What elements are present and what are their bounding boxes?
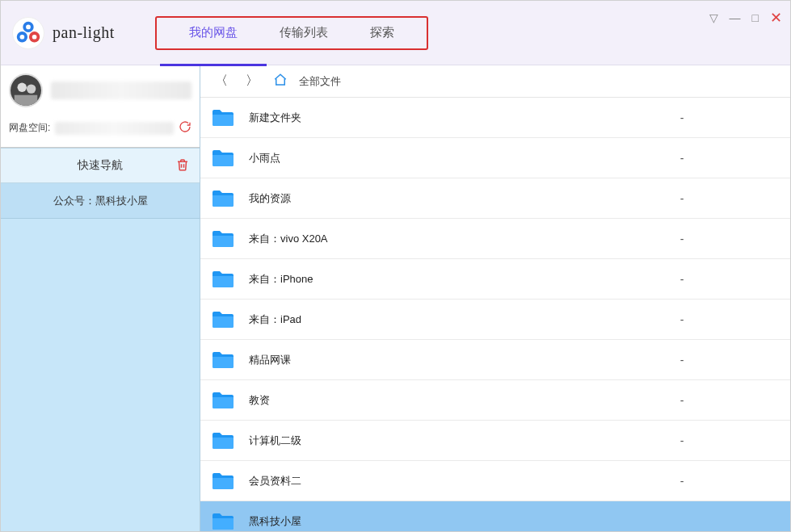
file-name: 精品网课 xyxy=(249,353,651,367)
svg-point-8 xyxy=(27,84,36,93)
storage-value-blurred xyxy=(55,122,174,135)
sidebar-item-label: 快速导航 xyxy=(78,158,123,173)
storage-label: 网盘空间: xyxy=(9,121,50,135)
file-row[interactable]: 小雨点- xyxy=(200,138,790,178)
avatar xyxy=(9,73,43,107)
file-row[interactable]: 黑科技小屋 xyxy=(200,501,790,531)
minimize-button[interactable]: — xyxy=(730,11,741,24)
nav-back-button[interactable]: 〈 xyxy=(212,71,231,91)
folder-icon xyxy=(212,311,234,329)
breadcrumb-path: 全部文件 xyxy=(299,74,341,89)
svg-point-5 xyxy=(32,34,37,39)
app-title: pan-light xyxy=(53,23,115,42)
sidebar: 网盘空间: 快速导航 公众号：黑科技小屋 xyxy=(1,65,200,531)
file-meta: - xyxy=(666,354,698,367)
tab-my-disk[interactable]: 我的网盘 xyxy=(168,18,259,48)
folder-icon xyxy=(212,432,234,450)
body: 网盘空间: 快速导航 公众号：黑科技小屋 xyxy=(1,65,790,531)
file-meta: - xyxy=(666,475,698,488)
nav-forward-button[interactable]: 〉 xyxy=(242,71,262,91)
svg-point-4 xyxy=(20,34,25,39)
refresh-icon[interactable] xyxy=(179,120,191,136)
close-button[interactable]: ✕ xyxy=(770,9,782,27)
folder-icon xyxy=(212,472,234,490)
maximize-button[interactable]: □ xyxy=(752,11,759,24)
file-meta: - xyxy=(666,313,698,326)
folder-icon xyxy=(212,270,234,288)
file-name: 来自：iPad xyxy=(249,312,651,327)
sidebar-item-label: 公众号：黑科技小屋 xyxy=(53,194,148,208)
file-name: 来自：iPhone xyxy=(249,272,651,287)
file-meta: - xyxy=(666,111,698,124)
tabs-highlighted: 我的网盘 传输列表 探索 xyxy=(155,16,428,50)
file-row[interactable]: 我的资源- xyxy=(200,178,790,219)
svg-point-3 xyxy=(26,24,31,29)
file-row[interactable]: 精品网课- xyxy=(200,340,790,380)
sidebar-fill xyxy=(1,219,200,531)
file-row[interactable]: 来自：iPad- xyxy=(200,300,790,340)
file-meta: - xyxy=(666,434,698,447)
file-row[interactable]: 来自：vivo X20A- xyxy=(200,219,790,259)
file-name: 小雨点 xyxy=(249,151,651,165)
folder-icon xyxy=(212,230,234,248)
folder-icon xyxy=(212,149,234,167)
file-name: 来自：vivo X20A xyxy=(249,232,651,246)
file-row[interactable]: 教资- xyxy=(200,380,790,421)
file-name: 教资 xyxy=(249,393,651,408)
file-meta: - xyxy=(666,273,698,286)
folder-icon xyxy=(212,109,234,127)
file-meta: - xyxy=(666,152,698,165)
user-row xyxy=(9,73,191,107)
file-name: 黑科技小屋 xyxy=(249,514,651,529)
svg-rect-9 xyxy=(15,95,38,106)
file-name: 我的资源 xyxy=(249,191,651,206)
file-name: 会员资料二 xyxy=(249,474,651,488)
trash-icon[interactable] xyxy=(175,157,190,174)
svg-point-7 xyxy=(18,83,27,92)
breadcrumb: 〈 〉 全部文件 xyxy=(200,65,790,98)
tab-explore[interactable]: 探索 xyxy=(349,18,415,48)
folder-icon xyxy=(212,392,234,409)
file-meta: - xyxy=(666,192,698,205)
file-name: 计算机二级 xyxy=(249,434,651,448)
window-controls: ▽ — □ ✕ xyxy=(709,9,782,27)
header: pan-light 我的网盘 传输列表 探索 ▽ — □ ✕ xyxy=(1,1,790,65)
file-meta: - xyxy=(666,232,698,245)
sidebar-item-quicknav[interactable]: 快速导航 xyxy=(1,148,200,183)
storage-row: 网盘空间: xyxy=(9,120,191,136)
folder-icon xyxy=(212,351,234,369)
folder-icon xyxy=(212,190,234,207)
file-row[interactable]: 来自：iPhone- xyxy=(200,259,790,300)
tab-transfer-list[interactable]: 传输列表 xyxy=(259,18,349,48)
logo-wrap: pan-light xyxy=(12,17,115,49)
file-row[interactable]: 新建文件夹- xyxy=(200,98,790,138)
file-list[interactable]: 新建文件夹- 小雨点- 我的资源- 来自：vivo X20A- 来自：iPhon… xyxy=(200,98,790,531)
dropdown-icon[interactable]: ▽ xyxy=(709,11,718,24)
app-logo-icon xyxy=(12,17,44,49)
folder-icon xyxy=(212,513,234,530)
file-meta: - xyxy=(666,394,698,407)
home-icon[interactable] xyxy=(273,73,288,90)
user-block: 网盘空间: xyxy=(1,65,200,148)
file-row[interactable]: 计算机二级- xyxy=(200,421,790,461)
file-row[interactable]: 会员资料二- xyxy=(200,461,790,501)
sidebar-item-wechat[interactable]: 公众号：黑科技小屋 xyxy=(1,183,200,219)
username-blurred xyxy=(51,82,191,99)
file-name: 新建文件夹 xyxy=(249,111,651,125)
main: 〈 〉 全部文件 新建文件夹- 小雨点- 我的资源- 来自：vivo X20A-… xyxy=(200,65,790,531)
